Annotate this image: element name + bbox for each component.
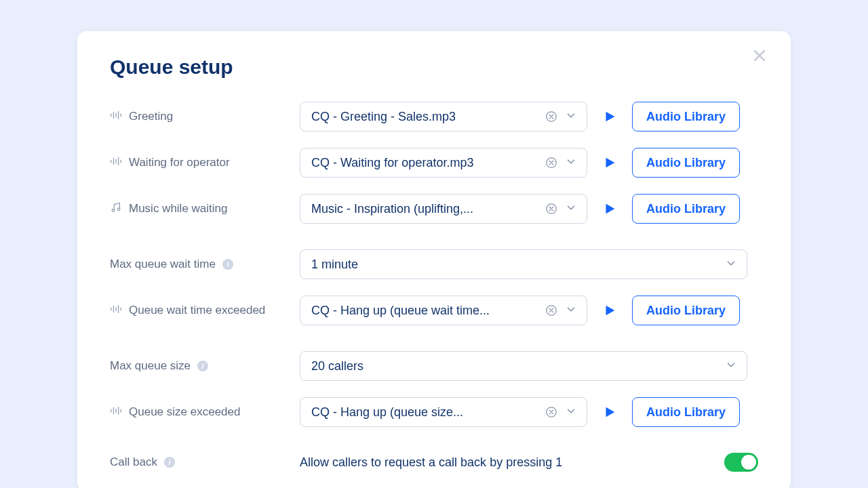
chevron-down-icon <box>565 201 578 217</box>
max-wait-select[interactable]: 1 minute <box>300 249 747 279</box>
max-wait-label: Max queue wait time <box>110 258 216 271</box>
size-exceeded-value: CQ - Hang up (queue size... <box>311 405 538 420</box>
music-value: Music - Inspiration (uplifting,... <box>311 202 538 216</box>
music-note-icon <box>110 201 122 217</box>
waiting-value: CQ - Waiting for operator.mp3 <box>311 156 538 170</box>
chevron-down-icon <box>565 405 578 420</box>
clear-icon[interactable] <box>545 110 558 123</box>
max-size-label: Max queue size <box>110 359 191 373</box>
row-music: Music while waiting Music - Inspiration … <box>110 194 758 224</box>
wait-exceeded-value: CQ - Hang up (queue wait time... <box>311 304 538 318</box>
audio-library-button[interactable]: Audio Library <box>632 397 740 427</box>
info-icon[interactable]: i <box>164 457 175 468</box>
play-icon[interactable] <box>602 109 617 124</box>
chevron-down-icon <box>725 359 738 374</box>
music-select[interactable]: Music - Inspiration (uplifting,... <box>300 194 587 224</box>
greeting-value: CQ - Greeting - Sales.mp3 <box>311 110 538 124</box>
svg-point-13 <box>117 207 120 210</box>
row-waiting: Waiting for operator CQ - Waiting for op… <box>110 148 758 178</box>
size-exceeded-select[interactable]: CQ - Hang up (queue size... <box>300 397 587 427</box>
clear-icon[interactable] <box>545 156 558 169</box>
row-wait-exceeded: Queue wait time exceeded CQ - Hang up (q… <box>110 296 758 325</box>
info-icon[interactable]: i <box>222 259 233 270</box>
clear-icon[interactable] <box>545 405 558 419</box>
waveform-icon <box>110 303 122 319</box>
max-wait-value: 1 minute <box>311 258 718 272</box>
clear-icon[interactable] <box>545 202 558 216</box>
waveform-icon <box>110 109 122 125</box>
clear-icon[interactable] <box>545 304 558 317</box>
audio-library-button[interactable]: Audio Library <box>632 296 740 325</box>
chevron-down-icon <box>725 257 738 272</box>
close-icon[interactable] <box>751 47 770 66</box>
row-max-size: Max queue size i 20 callers <box>110 351 758 381</box>
row-max-wait: Max queue wait time i 1 minute <box>110 249 758 279</box>
waveform-icon <box>110 405 122 420</box>
wait-exceeded-select[interactable]: CQ - Hang up (queue wait time... <box>300 296 587 325</box>
row-greeting: Greeting CQ - Greeting - Sales.mp3 Audio… <box>110 102 758 131</box>
greeting-label: Greeting <box>129 110 173 123</box>
waveform-icon <box>110 155 122 171</box>
page-title: Queue setup <box>110 56 758 79</box>
chevron-down-icon <box>565 155 578 171</box>
callback-description: Allow callers to request a call back by … <box>300 455 709 470</box>
play-icon[interactable] <box>602 405 617 420</box>
chevron-down-icon <box>565 303 578 319</box>
info-icon[interactable]: i <box>197 361 208 371</box>
callback-toggle[interactable] <box>724 453 758 472</box>
audio-library-button[interactable]: Audio Library <box>632 102 740 131</box>
callback-label: Call back <box>110 455 157 469</box>
music-label: Music while waiting <box>129 202 228 216</box>
greeting-select[interactable]: CQ - Greeting - Sales.mp3 <box>300 102 587 131</box>
size-exceeded-label: Queue size exceeded <box>129 405 240 419</box>
play-icon[interactable] <box>602 201 617 216</box>
audio-library-button[interactable]: Audio Library <box>632 194 740 224</box>
max-size-value: 20 callers <box>311 359 718 373</box>
queue-setup-panel: Queue setup Greeting CQ - Greeting - Sal… <box>77 31 791 488</box>
play-icon[interactable] <box>602 303 617 318</box>
play-icon[interactable] <box>602 155 617 170</box>
row-callback: Call back i Allow callers to request a c… <box>110 453 758 472</box>
wait-exceeded-label: Queue wait time exceeded <box>129 304 265 317</box>
max-size-select[interactable]: 20 callers <box>300 351 747 381</box>
row-size-exceeded: Queue size exceeded CQ - Hang up (queue … <box>110 397 758 427</box>
waiting-label: Waiting for operator <box>129 156 230 169</box>
svg-point-12 <box>112 209 115 211</box>
waiting-select[interactable]: CQ - Waiting for operator.mp3 <box>300 148 587 178</box>
audio-library-button[interactable]: Audio Library <box>632 148 740 178</box>
chevron-down-icon <box>565 109 578 125</box>
